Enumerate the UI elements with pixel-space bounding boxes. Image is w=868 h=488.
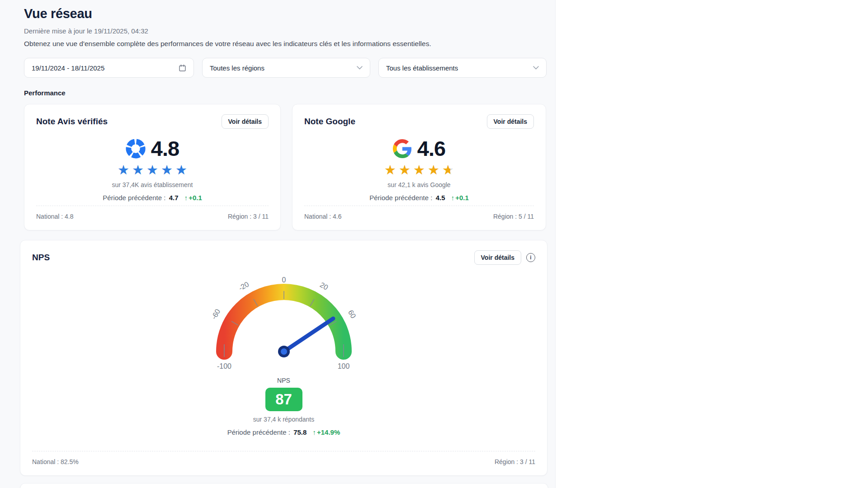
chevron-down-icon bbox=[357, 66, 363, 70]
details-button-avis[interactable]: Voir détails bbox=[222, 114, 269, 129]
filters-bar: 19/11/2024 - 18/11/2025 Toutes les régio… bbox=[24, 58, 555, 78]
card-title-google: Note Google bbox=[304, 117, 355, 127]
national-stat: National : 82.5% bbox=[32, 458, 79, 465]
previous-period-row: Période précédente : 75.8 ↑+14.9% bbox=[32, 428, 535, 436]
national-stat: National : 4.8 bbox=[36, 213, 74, 220]
previous-period-row: Période précédente : 4.5 ↑+0.1 bbox=[304, 194, 534, 202]
star-icon: ★★ bbox=[442, 164, 454, 177]
gauge-tick-20: 20 bbox=[318, 281, 329, 291]
delta-value: +0.1 bbox=[189, 194, 202, 202]
stars-row-blue: ★★★★★★★★★★ bbox=[36, 164, 269, 177]
arrow-up-icon: ↑ bbox=[451, 194, 455, 202]
previous-period-value: 75.8 bbox=[293, 428, 307, 436]
star-icon: ★★ bbox=[161, 164, 173, 177]
region-select[interactable]: Toutes les régions bbox=[202, 58, 370, 78]
card-footer: National : 4.8 Région : 3 / 11 bbox=[36, 206, 269, 220]
previous-period-label: Période précédente : bbox=[103, 194, 165, 202]
reviews-count-note: sur 37,4K avis établissement bbox=[36, 181, 269, 188]
delta-value: +14.9% bbox=[317, 428, 340, 436]
previous-period-label: Période précédente : bbox=[227, 428, 290, 436]
star-icon: ★★ bbox=[146, 164, 158, 177]
main-content: Vue réseau Dernière mise à jour le 19/11… bbox=[0, 0, 556, 488]
nps-gauge: 0 -20 20 -60 60 -100 100 bbox=[32, 277, 535, 372]
card-google: Note Google Voir détails 4.6 ★★★★★★★★★★ … bbox=[292, 104, 546, 230]
rating-value: 4.8 bbox=[151, 136, 179, 161]
rating-row: 4.6 bbox=[304, 136, 534, 161]
previous-period-value: 4.5 bbox=[436, 194, 445, 202]
card-avis-verifies: Note Avis vérifiés Voir détails 4.8 ★★★★… bbox=[24, 104, 281, 230]
star-icon: ★★ bbox=[132, 164, 144, 177]
details-button-google[interactable]: Voir détails bbox=[487, 114, 534, 129]
previous-period-value: 4.7 bbox=[169, 194, 179, 202]
gauge-tick-minus100: -100 bbox=[217, 362, 231, 370]
region-select-value: Toutes les régions bbox=[210, 64, 264, 72]
card-footer: National : 82.5% Région : 3 / 11 bbox=[32, 451, 535, 465]
region-rank-stat: Région : 3 / 11 bbox=[495, 458, 535, 465]
nps-value-badge: 87 bbox=[265, 388, 302, 411]
national-stat: National : 4.6 bbox=[304, 213, 342, 220]
previous-period-label: Période précédente : bbox=[369, 194, 432, 202]
card-title-nps: NPS bbox=[32, 253, 50, 263]
card-title-avis-verifies: Note Avis vérifiés bbox=[36, 117, 108, 127]
card-head: Note Google Voir détails bbox=[304, 114, 534, 129]
metric-cards-row: Note Avis vérifiés Voir détails 4.8 ★★★★… bbox=[24, 104, 555, 230]
google-logo-icon bbox=[393, 139, 412, 158]
star-icon: ★★ bbox=[428, 164, 439, 177]
details-button-nps[interactable]: Voir détails bbox=[474, 250, 521, 265]
stars-row-gold: ★★★★★★★★★★ bbox=[304, 164, 534, 177]
date-range-picker[interactable]: 19/11/2024 - 18/11/2025 bbox=[24, 58, 194, 78]
nps-head-actions: Voir détails i bbox=[474, 250, 535, 265]
previous-period-row: Période précédente : 4.7 ↑+0.1 bbox=[36, 194, 269, 202]
delta-value: +0.1 bbox=[455, 194, 469, 202]
gauge-hub-inner bbox=[281, 348, 287, 355]
delta-positive: ↑+14.9% bbox=[313, 428, 340, 436]
rating-value: 4.6 bbox=[417, 136, 445, 161]
gauge-tick-60: 60 bbox=[346, 309, 357, 319]
partial-next-card bbox=[20, 483, 548, 488]
star-icon: ★★ bbox=[384, 164, 396, 177]
page-description: Obtenez une vue d'ensemble complète des … bbox=[24, 40, 555, 48]
chevron-down-icon bbox=[533, 66, 539, 70]
card-nps: NPS Voir détails i bbox=[20, 240, 547, 476]
last-update-text: Dernière mise à jour le 19/11/2025, 04:3… bbox=[24, 27, 555, 35]
establishment-select[interactable]: Tous les établissements bbox=[378, 58, 547, 78]
arrow-up-icon: ↑ bbox=[184, 194, 188, 202]
delta-positive: ↑+0.1 bbox=[451, 194, 469, 202]
region-rank-stat: Région : 3 / 11 bbox=[228, 213, 269, 220]
arrow-up-icon: ↑ bbox=[313, 428, 316, 436]
gauge-needle bbox=[284, 319, 333, 352]
gauge-unit-label: NPS bbox=[32, 377, 535, 384]
respondents-note: sur 37,4 k répondants bbox=[32, 416, 535, 423]
star-icon: ★★ bbox=[399, 164, 410, 177]
calendar-icon bbox=[179, 64, 186, 72]
avis-verifies-logo-icon bbox=[126, 139, 146, 159]
info-icon[interactable]: i bbox=[526, 253, 535, 262]
gauge-tick-100: 100 bbox=[337, 362, 349, 370]
gauge-tick-0: 0 bbox=[282, 277, 286, 284]
page-title: Vue réseau bbox=[24, 6, 555, 21]
rating-row: 4.8 bbox=[36, 136, 269, 161]
card-head: Note Avis vérifiés Voir détails bbox=[36, 114, 269, 129]
delta-positive: ↑+0.1 bbox=[184, 194, 202, 202]
gauge-tick-minus60: -60 bbox=[210, 308, 222, 321]
region-rank-stat: Région : 5 / 11 bbox=[493, 213, 534, 220]
reviews-count-note: sur 42,1 k avis Google bbox=[304, 181, 534, 188]
card-footer: National : 4.6 Région : 5 / 11 bbox=[304, 206, 534, 220]
date-range-value: 19/11/2024 - 18/11/2025 bbox=[32, 64, 104, 72]
star-icon: ★★ bbox=[175, 164, 187, 177]
gauge-chart: 0 -20 20 -60 60 -100 100 bbox=[207, 277, 361, 372]
section-label-performance: Performance bbox=[24, 89, 555, 97]
page-header: Vue réseau Dernière mise à jour le 19/11… bbox=[24, 6, 555, 48]
gauge-tick-minus20: -20 bbox=[237, 280, 250, 292]
star-icon: ★★ bbox=[118, 164, 129, 177]
card-head: NPS Voir détails i bbox=[32, 250, 535, 265]
establishment-select-value: Tous les établissements bbox=[386, 64, 458, 72]
star-icon: ★★ bbox=[413, 164, 425, 177]
